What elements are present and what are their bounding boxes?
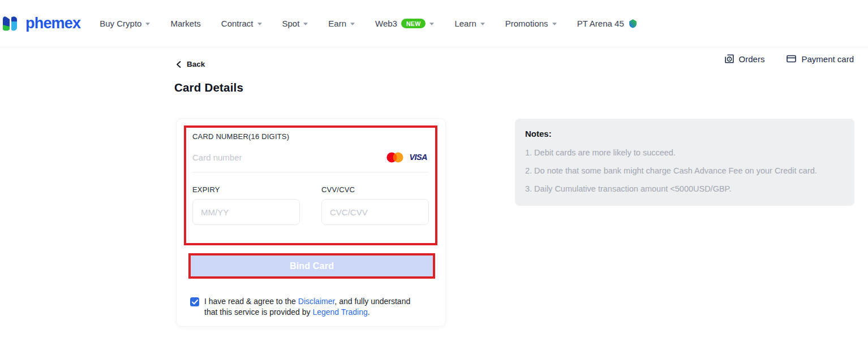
nav-item-buy-crypto[interactable]: Buy Crypto: [100, 19, 150, 28]
card-number-row: VISA: [192, 142, 429, 172]
chevron-down-icon: [257, 23, 262, 25]
note-item: 1. Debit cards are more likely to succee…: [525, 148, 844, 157]
note-item: 2. Do note that some bank might charge C…: [525, 166, 844, 175]
card-brand-logos: VISA: [386, 142, 427, 172]
disclaimer-link[interactable]: Disclaimer: [298, 297, 335, 306]
nav-item-markets[interactable]: Markets: [170, 19, 200, 28]
legend-trading-link[interactable]: Legend Trading: [312, 307, 367, 317]
nav-label: Promotions: [505, 19, 548, 28]
chevron-down-icon: [429, 23, 434, 25]
visa-icon: VISA: [410, 153, 427, 162]
top-nav-bar: phemex Buy Crypto Markets Contract Spot …: [0, 0, 868, 47]
agreement-checkbox[interactable]: [190, 297, 199, 306]
annotation-box-bind-button: Bind Card: [188, 253, 435, 279]
annotation-box-form: CARD NUMBER(16 DIGITS) VISA EXPIRY: [184, 125, 437, 245]
phemex-logo[interactable]: phemex: [2, 14, 80, 33]
cvv-field: CVV/CVC: [321, 185, 429, 225]
nav-label: Learn: [454, 19, 476, 28]
card-details-panel: CARD NUMBER(16 DIGITS) VISA EXPIRY: [176, 118, 446, 327]
orders-icon: [724, 54, 734, 64]
nav-item-spot[interactable]: Spot: [282, 19, 308, 28]
nav-label: Earn: [328, 19, 346, 28]
orders-label: Orders: [739, 54, 765, 64]
nav-item-pt-arena[interactable]: PT Arena 45: [577, 19, 638, 28]
expiry-cvv-row: EXPIRY CVV/CVC: [192, 185, 429, 225]
payment-card-label: Payment card: [801, 54, 854, 64]
cvv-label: CVV/CVC: [321, 185, 429, 194]
expiry-label: EXPIRY: [192, 185, 300, 194]
back-label: Back: [187, 60, 205, 68]
nav-label: PT Arena 45: [577, 19, 624, 28]
chevron-down-icon: [303, 23, 308, 25]
chevron-down-icon: [350, 23, 355, 25]
notes-panel: Notes: 1. Debit cards are more likely to…: [515, 119, 854, 206]
agreement-suffix: .: [368, 307, 370, 317]
chevron-down-icon: [145, 23, 150, 25]
phemex-card-details-page: { "header": { "logo_text": "phemex", "na…: [0, 0, 868, 338]
nav-label: Markets: [170, 19, 200, 28]
nav-label: Contract: [221, 19, 253, 28]
expiry-input[interactable]: [192, 199, 300, 225]
cvv-input[interactable]: [321, 199, 429, 225]
page-title: Card Details: [174, 81, 243, 94]
chevron-down-icon: [480, 23, 485, 25]
back-chevron-icon: [175, 60, 182, 68]
nav-item-earn[interactable]: Earn: [328, 19, 355, 28]
nav-item-contract[interactable]: Contract: [221, 19, 262, 28]
note-item: 3. Daily Cumulative transaction amount <…: [525, 184, 844, 193]
orders-button[interactable]: Orders: [724, 54, 765, 64]
payment-card-button[interactable]: Payment card: [786, 54, 854, 64]
main-nav: Buy Crypto Markets Contract Spot Earn We…: [100, 19, 638, 28]
expiry-field: EXPIRY: [192, 185, 300, 225]
nav-item-learn[interactable]: Learn: [454, 19, 484, 28]
agreement-text: I have read & agree to the Disclaimer, a…: [204, 296, 423, 318]
nav-item-web3[interactable]: Web3 NEW: [375, 19, 434, 28]
page-actions: Orders Payment card: [724, 54, 854, 64]
phemex-logo-icon: [2, 14, 22, 33]
nav-label: Buy Crypto: [100, 19, 141, 28]
phemex-logo-text: phemex: [25, 15, 80, 32]
nav-item-promotions[interactable]: Promotions: [505, 19, 557, 28]
new-badge: NEW: [401, 19, 426, 28]
back-button[interactable]: Back: [175, 60, 205, 68]
payment-card-icon: [786, 54, 797, 64]
mastercard-icon: [386, 152, 403, 163]
bind-card-button[interactable]: Bind Card: [191, 255, 433, 276]
pt-arena-gem-icon: [628, 19, 638, 28]
notes-title: Notes:: [525, 129, 844, 138]
nav-label: Spot: [282, 19, 300, 28]
card-number-input[interactable]: [192, 153, 362, 162]
card-number-label: CARD NUMBER(16 DIGITS): [192, 132, 429, 141]
agreement-prefix: I have read & agree to the: [204, 297, 298, 306]
nav-label: Web3: [375, 19, 397, 28]
chevron-down-icon: [552, 23, 557, 25]
agreement-row: I have read & agree to the Disclaimer, a…: [190, 296, 423, 318]
